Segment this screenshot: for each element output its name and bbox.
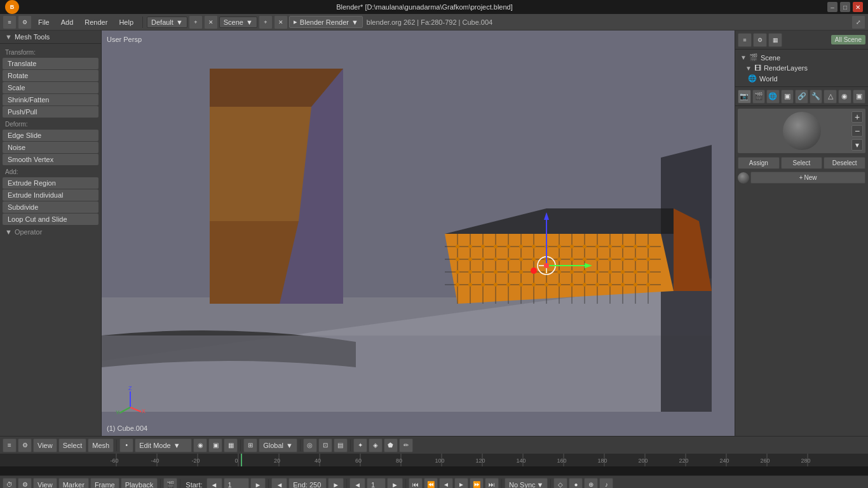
subdivide-button[interactable]: Subdivide	[3, 201, 98, 213]
end-frame-next[interactable]: ►	[328, 478, 344, 489]
next-keyframe-button[interactable]: ⏩	[470, 478, 484, 489]
proportional-edit-icon[interactable]: ◎	[303, 438, 317, 452]
material-properties-icon[interactable]: ◉	[838, 90, 851, 104]
scale-button[interactable]: Scale	[3, 82, 98, 93]
assign-button[interactable]: Assign	[738, 157, 780, 169]
maximize-area-button[interactable]: ⤢	[851, 15, 865, 29]
view-type-button[interactable]: ≡	[3, 438, 17, 452]
maximize-button[interactable]: □	[840, 2, 850, 12]
edit-mode-dropdown[interactable]: Edit Mode ▼	[135, 438, 192, 452]
current-frame-next[interactable]: ►	[387, 478, 403, 489]
deselect-material-button[interactable]: Deselect	[824, 157, 865, 169]
menu-render[interactable]: Render	[79, 17, 112, 27]
crease-icon[interactable]: ✦	[353, 438, 367, 452]
keyframe-type-icon[interactable]: ◇	[553, 478, 567, 489]
menu-file[interactable]: File	[33, 17, 55, 27]
preview-plus-button[interactable]: +	[851, 111, 863, 123]
remove-screen-button[interactable]: ✕	[204, 15, 218, 29]
transform-orientation-dropdown[interactable]: Global ▼	[259, 438, 297, 452]
add-scene-button[interactable]: +	[259, 15, 273, 29]
render-mode-icon[interactable]: ▣	[208, 438, 222, 452]
view-options-icon[interactable]: ⚙	[753, 33, 767, 47]
titlebar-controls[interactable]: – □ ✕	[827, 2, 863, 12]
current-frame-prev[interactable]: ◄	[349, 478, 365, 489]
start-frame-next[interactable]: ►	[250, 478, 266, 489]
vertex-mode-icon[interactable]: •	[119, 438, 133, 452]
menu-help[interactable]: Help	[114, 17, 139, 27]
screen-options-button[interactable]: ⚙	[18, 15, 32, 29]
auto-keyframe-icon[interactable]: ●	[569, 478, 583, 489]
viewport[interactable]: User Persp	[102, 30, 735, 436]
constraint-properties-icon[interactable]: 🔗	[795, 90, 808, 104]
rotate-button[interactable]: Rotate	[3, 70, 98, 81]
sync-dropdown[interactable]: No Sync ▼	[505, 478, 548, 489]
autosmooth-icon[interactable]: ⬟	[384, 438, 398, 452]
shrink-fatten-button[interactable]: Shrink/Fatten	[3, 94, 98, 105]
render-properties-icon[interactable]: 📷	[738, 90, 751, 104]
minimize-button[interactable]: –	[827, 2, 837, 12]
new-material-button[interactable]: + New	[750, 172, 865, 184]
current-frame-input[interactable]: 1	[367, 478, 386, 489]
add-screen-button[interactable]: +	[189, 15, 203, 29]
layout-dropdown[interactable]: Default ▼	[147, 17, 187, 28]
timeline-view-menu[interactable]: View	[33, 478, 57, 489]
prev-keyframe-button[interactable]: ⏪	[424, 478, 438, 489]
smooth-vertex-button[interactable]: Smooth Vertex	[3, 154, 98, 165]
bevel-icon[interactable]: ◈	[369, 438, 383, 452]
texture-properties-icon[interactable]: ▣	[853, 90, 866, 104]
select-material-button[interactable]: Select	[781, 157, 823, 169]
scene-item[interactable]: ▼ 🎬 Scene	[735, 52, 868, 63]
extrude-region-button[interactable]: Extrude Region	[3, 177, 98, 189]
timeline-options-icon[interactable]: ⚙	[18, 478, 32, 489]
keyframe-record-icon[interactable]: ⊕	[584, 478, 598, 489]
end-frame-input[interactable]: End: 250	[288, 478, 327, 489]
select-menu-button[interactable]: Select	[58, 438, 87, 452]
mirror-icon[interactable]: ⊡	[318, 438, 332, 452]
object-properties-icon[interactable]: ▣	[781, 90, 794, 104]
extrude-individual-button[interactable]: Extrude Individual	[3, 189, 98, 201]
noise-button[interactable]: Noise	[3, 142, 98, 153]
world-item[interactable]: 🌐 World	[735, 73, 868, 84]
all-scenes-button[interactable]: All Scene	[831, 35, 865, 44]
close-button[interactable]: ✕	[853, 2, 863, 12]
start-frame-prev[interactable]: ◄	[207, 478, 222, 489]
anim-props-icon[interactable]: 🎬	[163, 478, 177, 489]
start-frame-input[interactable]: 1	[224, 478, 249, 489]
play-reverse-button[interactable]: ◄	[439, 478, 453, 489]
audio-icon[interactable]: ♪	[599, 478, 613, 489]
push-pull-button[interactable]: Push/Pull	[3, 106, 98, 118]
translate-button[interactable]: Translate	[3, 58, 98, 69]
loop-cut-slide-button[interactable]: Loop Cut and Slide	[3, 214, 98, 225]
jump-end-button[interactable]: ⏭	[485, 478, 499, 489]
data-properties-icon[interactable]: △	[824, 90, 837, 104]
timeline-frame-menu[interactable]: Frame	[90, 478, 119, 489]
grease-pencil-icon[interactable]: ✏	[399, 438, 413, 452]
jump-start-button[interactable]: ⏮	[409, 478, 423, 489]
renderlayers-item[interactable]: ▼ 🎞 RenderLayers	[735, 63, 868, 73]
viewport-shading-icon[interactable]: ◉	[193, 438, 207, 452]
mesh-menu-button[interactable]: Mesh	[88, 438, 114, 452]
end-frame-prev[interactable]: ◄	[271, 478, 287, 489]
overlay-icon[interactable]: ▤	[334, 438, 348, 452]
scene-dropdown[interactable]: Scene ▼	[219, 17, 257, 28]
scene-properties-icon[interactable]: 🎬	[752, 90, 766, 104]
display-mode-icon[interactable]: ▦	[768, 33, 782, 47]
viewport-options-button[interactable]: ⚙	[18, 438, 32, 452]
preview-minus-button[interactable]: −	[851, 125, 863, 137]
view-menu-button[interactable]: View	[33, 438, 57, 452]
play-button[interactable]: ►	[454, 478, 468, 489]
edge-slide-button[interactable]: Edge Slide	[3, 130, 98, 141]
world-properties-icon[interactable]: 🌐	[766, 90, 780, 104]
preview-scroll-button[interactable]: ▼	[851, 139, 863, 151]
timeline-playback-menu[interactable]: Playback	[121, 478, 158, 489]
render-engine-dropdown[interactable]: ▸ Blender Render ▼	[289, 16, 363, 28]
menu-add[interactable]: Add	[56, 17, 79, 27]
outliner-type-icon[interactable]: ≡	[738, 33, 752, 47]
timeline-marker-menu[interactable]: Marker	[58, 478, 89, 489]
textured-view-icon[interactable]: ▦	[224, 438, 238, 452]
remove-scene-button[interactable]: ✕	[274, 15, 288, 29]
snap-to-grid-icon[interactable]: ⊞	[243, 438, 257, 452]
modifier-properties-icon[interactable]: 🔧	[810, 90, 823, 104]
timeline-type-icon[interactable]: ⏱	[3, 478, 17, 489]
editor-type-button[interactable]: ≡	[3, 15, 17, 29]
